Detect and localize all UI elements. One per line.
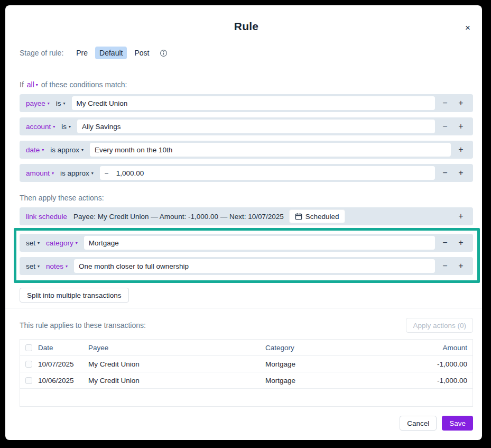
scheduled-button[interactable]: Scheduled xyxy=(289,209,345,223)
applies-heading: This rule applies to these transactions: xyxy=(20,321,146,330)
close-icon[interactable]: × xyxy=(464,22,471,33)
action-field-dropdown[interactable]: link schedule xyxy=(26,213,67,221)
stage-label: Stage of rule: xyxy=(20,49,63,57)
stage-of-rule-row: Stage of rule: Pre Default Post xyxy=(20,47,473,59)
condition-value-input[interactable]: Every month on the 10th xyxy=(90,143,451,157)
condition-row-account: account▾ is▾ Ally Savings − + xyxy=(20,117,473,135)
column-header-date: Date xyxy=(38,344,88,352)
select-all-checkbox[interactable] xyxy=(25,344,32,351)
stage-option-pre[interactable]: Pre xyxy=(72,47,92,59)
transactions-table: Date Payee Category Amount 10/07/2025 My… xyxy=(20,339,473,407)
condition-op-dropdown[interactable]: is▾ xyxy=(61,123,71,131)
chevron-down-icon: ▾ xyxy=(53,125,55,129)
table-header-row: Date Payee Category Amount xyxy=(20,340,473,355)
condition-field-dropdown[interactable]: account▾ xyxy=(26,123,55,131)
remove-condition-button[interactable]: − xyxy=(437,96,453,110)
add-action-button[interactable]: + xyxy=(453,259,469,273)
split-transactions-button[interactable]: Split into multiple transactions xyxy=(20,288,129,303)
apply-actions-button[interactable]: Apply actions (0) xyxy=(406,318,473,333)
conditions-suffix: of these conditions match: xyxy=(41,80,127,89)
row-checkbox[interactable] xyxy=(25,361,32,368)
chevron-down-icon: ▾ xyxy=(38,264,40,269)
action-value-input[interactable]: One month closer to full ownership xyxy=(74,259,435,273)
action-verb-dropdown[interactable]: set▾ xyxy=(26,239,40,247)
condition-value-input[interactable]: − 1,000.00 xyxy=(100,166,435,180)
action-row-link-schedule: link schedule Payee: My Credit Union — A… xyxy=(20,207,473,225)
remove-action-button[interactable]: − xyxy=(437,236,453,250)
calendar-icon xyxy=(295,213,302,220)
highlighted-actions-box: set▾ category▾ Mortgage − + set▾ notes▾ xyxy=(14,228,480,283)
cell-amount: -1,000.00 xyxy=(404,360,467,368)
cell-date: 10/06/2025 xyxy=(38,377,88,385)
rule-modal: × Rule Stage of rule: Pre Default Post I… xyxy=(5,5,482,440)
info-icon xyxy=(160,49,168,57)
chevron-down-icon: ▾ xyxy=(76,241,78,245)
remove-action-button[interactable]: − xyxy=(437,259,453,273)
remove-condition-button[interactable]: − xyxy=(437,120,453,133)
add-condition-button[interactable]: + xyxy=(453,143,469,157)
condition-field-dropdown[interactable]: date▾ xyxy=(26,146,44,154)
table-row-empty xyxy=(20,388,473,406)
chevron-down-icon: ▾ xyxy=(42,148,44,152)
chevron-down-icon: ▾ xyxy=(66,264,68,269)
condition-op-dropdown[interactable]: is approx▾ xyxy=(60,169,94,177)
condition-row-date: date▾ is approx▾ Every month on the 10th… xyxy=(20,141,473,159)
conditions-heading: If all ▾ of these conditions match: xyxy=(20,80,473,89)
cell-amount: -1,000.00 xyxy=(404,377,467,385)
add-condition-button[interactable]: + xyxy=(453,166,469,180)
chevron-down-icon: ▾ xyxy=(69,125,71,129)
chevron-down-icon: ▾ xyxy=(48,102,50,106)
cell-payee: My Credit Union xyxy=(88,360,265,368)
action-field-dropdown[interactable]: notes▾ xyxy=(46,262,68,270)
condition-op-dropdown[interactable]: is approx▾ xyxy=(50,146,84,154)
stage-option-default[interactable]: Default xyxy=(95,47,127,59)
cancel-button[interactable]: Cancel xyxy=(400,416,437,431)
page-title: Rule xyxy=(20,20,473,33)
add-condition-button[interactable]: + xyxy=(453,96,469,110)
condition-field-dropdown[interactable]: payee▾ xyxy=(26,99,50,107)
add-action-button[interactable]: + xyxy=(453,236,469,250)
chevron-down-icon: ▾ xyxy=(63,102,66,106)
condition-row-amount: amount▾ is approx▾ − 1,000.00 − + xyxy=(20,164,473,182)
table-row[interactable]: 10/06/2025 My Credit Union Mortgage -1,0… xyxy=(20,372,473,388)
conjunction-dropdown[interactable]: all ▾ xyxy=(27,80,38,89)
action-verb-dropdown[interactable]: set▾ xyxy=(26,262,40,270)
cell-payee: My Credit Union xyxy=(88,377,265,385)
chevron-down-icon: ▾ xyxy=(38,241,40,245)
row-checkbox[interactable] xyxy=(25,377,32,384)
add-action-button[interactable]: + xyxy=(453,209,469,223)
chevron-down-icon: ▾ xyxy=(36,83,38,87)
condition-value-input[interactable]: My Credit Union xyxy=(72,96,435,110)
remove-condition-button[interactable]: − xyxy=(437,166,453,180)
chevron-down-icon: ▾ xyxy=(81,148,84,152)
column-header-payee: Payee xyxy=(88,344,265,352)
table-row[interactable]: 10/07/2025 My Credit Union Mortgage -1,0… xyxy=(20,355,473,372)
column-header-category: Category xyxy=(265,344,404,352)
cell-date: 10/07/2025 xyxy=(38,360,88,368)
section-divider xyxy=(5,308,482,308)
applies-row: This rule applies to these transactions:… xyxy=(20,318,473,333)
cell-category: Mortgage xyxy=(265,377,404,385)
add-condition-button[interactable]: + xyxy=(453,120,469,133)
condition-value-input[interactable]: Ally Savings xyxy=(77,120,435,133)
condition-field-dropdown[interactable]: amount▾ xyxy=(26,169,54,177)
save-button[interactable]: Save xyxy=(442,416,473,431)
minus-sign[interactable]: − xyxy=(105,169,109,177)
schedule-description: Payee: My Credit Union — Amount: -1,000.… xyxy=(73,213,284,221)
chevron-down-icon: ▾ xyxy=(52,171,54,176)
action-field-dropdown[interactable]: category▾ xyxy=(46,239,78,247)
action-value-input[interactable]: Mortgage xyxy=(84,236,435,250)
column-header-amount: Amount xyxy=(404,344,467,352)
actions-heading: Then apply these actions: xyxy=(20,194,473,202)
cell-category: Mortgage xyxy=(265,360,404,368)
chevron-down-icon: ▾ xyxy=(91,171,94,176)
condition-row-payee: payee▾ is▾ My Credit Union − + xyxy=(20,94,473,112)
stage-option-post[interactable]: Post xyxy=(130,47,153,59)
action-row-set-category: set▾ category▾ Mortgage − + xyxy=(20,234,473,252)
action-row-set-notes: set▾ notes▾ One month closer to full own… xyxy=(20,257,473,275)
modal-footer: Cancel Save xyxy=(400,416,473,431)
conditions-prefix: If xyxy=(20,80,24,89)
condition-op-dropdown[interactable]: is▾ xyxy=(56,99,66,107)
